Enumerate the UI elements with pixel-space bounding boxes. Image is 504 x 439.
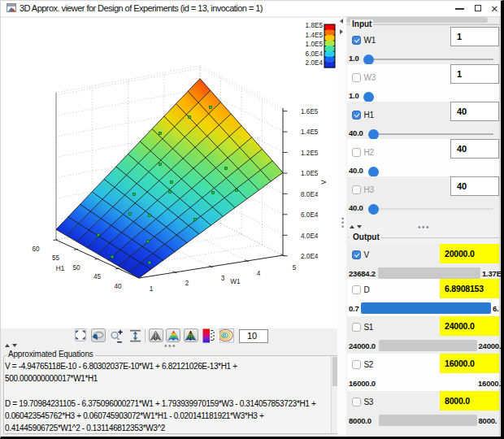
svg-text:V: V xyxy=(320,180,328,185)
svg-text:1.0E5: 1.0E5 xyxy=(301,170,319,177)
svg-text:60: 60 xyxy=(32,246,40,253)
svg-text:1.4E5: 1.4E5 xyxy=(306,32,324,39)
svg-text:4: 4 xyxy=(257,270,261,277)
svg-text:W1: W1 xyxy=(230,278,241,285)
svg-text:H1: H1 xyxy=(56,265,65,272)
svg-text:40: 40 xyxy=(114,283,122,290)
svg-text:1.2E5: 1.2E5 xyxy=(301,150,319,157)
svg-text:8.0E4: 8.0E4 xyxy=(301,191,319,198)
svg-text:1.8E5: 1.8E5 xyxy=(306,22,324,29)
svg-text:45: 45 xyxy=(93,273,102,280)
svg-text:55: 55 xyxy=(52,254,60,262)
svg-text:6.0E4: 6.0E4 xyxy=(301,211,319,219)
svg-text:1.0E5: 1.0E5 xyxy=(306,41,324,48)
svg-text:1.6E5: 1.6E5 xyxy=(301,108,319,115)
svg-text:1: 1 xyxy=(150,285,154,293)
svg-text:2.0E4: 2.0E4 xyxy=(301,253,319,260)
svg-text:3: 3 xyxy=(221,275,225,282)
svg-text:4.0E4: 4.0E4 xyxy=(301,233,319,240)
svg-text:50: 50 xyxy=(72,264,80,272)
svg-text:1.4E5: 1.4E5 xyxy=(301,128,319,136)
svg-text:2: 2 xyxy=(185,280,189,287)
svg-text:5: 5 xyxy=(293,264,297,272)
svg-text:6.0E4: 6.0E4 xyxy=(306,50,324,58)
svg-text:2.0E4: 2.0E4 xyxy=(306,59,324,67)
